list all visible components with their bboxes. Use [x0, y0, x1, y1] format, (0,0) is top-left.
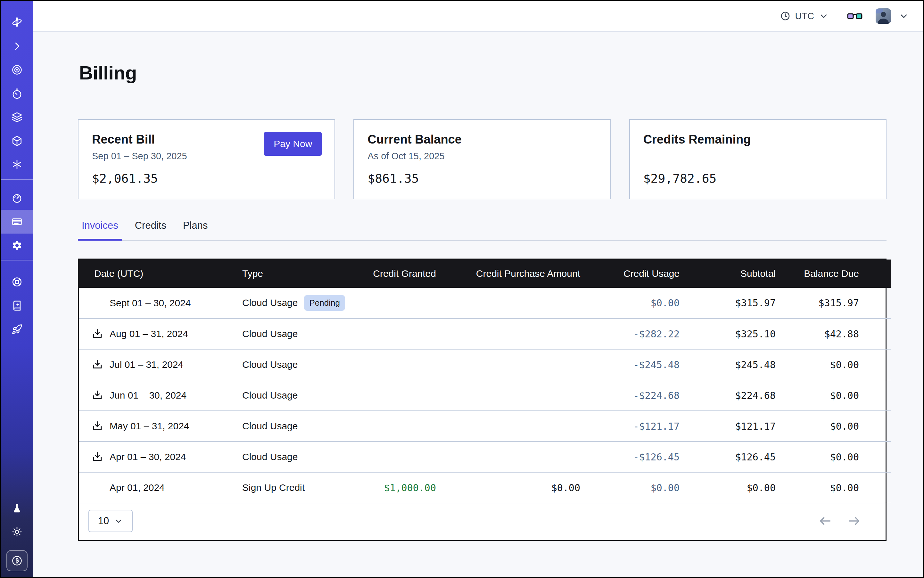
credit-granted-value	[370, 318, 436, 349]
invoice-type: Cloud Usage	[242, 390, 298, 401]
chevron-down-icon	[114, 516, 123, 526]
iris-icon[interactable]	[1, 58, 33, 82]
sidebar-divider	[1, 260, 33, 260]
stopwatch-icon[interactable]	[1, 82, 33, 106]
balance-due-value: $0.00	[776, 442, 891, 472]
credit-purchase-value	[436, 318, 580, 349]
user-avatar[interactable]	[875, 8, 891, 24]
invoice-date: Jun 01 – 30, 2024	[110, 390, 187, 401]
column-header: Credit Granted	[370, 260, 436, 288]
asterisk-icon[interactable]	[1, 153, 33, 177]
chevron-down-icon	[818, 11, 829, 21]
balance-due-value: $42.88	[776, 318, 891, 349]
download-invoice-button[interactable]	[92, 328, 103, 339]
credits-remaining-amount: $29,782.65	[643, 171, 872, 185]
settings-gear-icon[interactable]	[1, 234, 33, 257]
layers-icon[interactable]	[1, 106, 33, 129]
tab-plans[interactable]: Plans	[179, 220, 212, 240]
table-footer: 10	[79, 503, 885, 540]
balance-due-value: $0.00	[776, 472, 891, 503]
billing-tabs: Invoices Credits Plans	[78, 220, 887, 240]
recent-bill-card: Recent Bill Sep 01 – Sep 30, 2025 $2,061…	[78, 119, 335, 199]
balance-due-value: $0.00	[776, 349, 891, 380]
invoice-date: May 01 – 31, 2024	[110, 421, 189, 432]
sidebar-divider	[1, 179, 33, 180]
account-menu-chevron-down-icon[interactable]	[899, 11, 909, 21]
column-header: Date (UTC)	[79, 260, 242, 288]
pay-now-button[interactable]: Pay Now	[264, 132, 322, 156]
card-title: Credits Remaining	[643, 133, 872, 146]
invoice-date: Sept 01 – 30, 2024	[110, 298, 191, 308]
download-icon	[92, 359, 103, 370]
billing-page: Billing Recent Bill Sep 01 – Sep 30, 202…	[33, 32, 923, 577]
credit-purchase-value	[436, 349, 580, 380]
download-icon	[92, 390, 103, 401]
docs-book-sparkle-icon[interactable]	[1, 294, 33, 318]
table-header-row: Date (UTC)TypeCredit GrantedCredit Purch…	[79, 260, 891, 288]
cube-icon[interactable]	[1, 129, 33, 153]
next-page-button[interactable]	[847, 514, 861, 528]
brand-logo-icon[interactable]	[1, 10, 33, 34]
arrow-right-icon	[847, 514, 861, 528]
subtotal-value: $325.10	[680, 318, 776, 349]
invoice-type: Cloud Usage	[242, 451, 298, 462]
column-header: Credit Purchase Amount	[436, 260, 580, 288]
labs-flask-icon[interactable]	[11, 496, 23, 520]
theme-sun-icon[interactable]	[11, 520, 23, 544]
current-balance-amount: $861.35	[367, 171, 596, 185]
topbar: UTC	[33, 1, 923, 32]
card-subtitle: As of Oct 15, 2025	[367, 151, 596, 162]
credits-remaining-card: Credits Remaining $29,782.65	[629, 119, 887, 199]
download-icon	[92, 328, 103, 339]
invoice-row: Apr 01, 2024 Sign Up Credit $1,000.00 $0…	[79, 472, 891, 503]
timezone-selector[interactable]: UTC	[780, 11, 829, 21]
column-header: Subtotal	[680, 260, 776, 288]
timezone-label: UTC	[795, 11, 814, 21]
clock-icon	[780, 11, 791, 21]
page-size-select[interactable]: 10	[88, 510, 133, 532]
column-header: Credit Usage	[580, 260, 680, 288]
invoice-type: Cloud Usage	[242, 328, 298, 339]
invoice-row: Apr 01 – 30, 2024 Cloud Usage -$126.45 $…	[79, 442, 891, 472]
glasses-icon[interactable]	[847, 11, 863, 21]
billing-credit-card-icon[interactable]	[1, 210, 33, 234]
pager	[818, 514, 861, 528]
download-icon	[92, 421, 103, 432]
credit-purchase-value	[436, 380, 580, 411]
credits-dollar-coin-button[interactable]	[6, 550, 28, 571]
invoice-row: Jun 01 – 30, 2024 Cloud Usage -$224.68 $…	[79, 380, 891, 411]
tab-invoices[interactable]: Invoices	[78, 220, 122, 240]
column-header: Balance Due	[776, 260, 891, 288]
expand-sidebar-chevron-right-icon[interactable]	[1, 34, 33, 58]
column-header: Type	[242, 260, 370, 288]
invoice-row: Aug 01 – 31, 2024 Cloud Usage -$282.22 $…	[79, 318, 891, 349]
download-invoice-button[interactable]	[92, 451, 103, 463]
credit-granted-value	[370, 380, 436, 411]
invoice-type: Sign Up Credit	[242, 482, 305, 493]
credit-granted-value: $1,000.00	[370, 472, 436, 503]
subtotal-value: $0.00	[680, 472, 776, 503]
download-invoice-button[interactable]	[92, 421, 103, 432]
tab-credits[interactable]: Credits	[131, 220, 170, 240]
balance-due-value: $0.00	[776, 411, 891, 442]
summary-cards: Recent Bill Sep 01 – Sep 30, 2025 $2,061…	[78, 119, 887, 199]
previous-page-button[interactable]	[818, 514, 832, 528]
status-badge: Pending	[304, 295, 345, 311]
credit-usage-value: -$224.68	[580, 380, 680, 411]
download-icon	[92, 451, 103, 463]
gauge-icon[interactable]	[1, 186, 33, 210]
invoice-type: Cloud Usage	[242, 297, 298, 308]
balance-due-value: $0.00	[776, 380, 891, 411]
subtotal-value: $315.97	[680, 288, 776, 318]
invoice-date: Apr 01, 2024	[110, 482, 165, 493]
invoice-date: Jul 01 – 31, 2024	[110, 359, 183, 370]
current-balance-card: Current Balance As of Oct 15, 2025 $861.…	[353, 119, 611, 199]
credit-purchase-value	[436, 288, 580, 318]
credit-purchase-value	[436, 411, 580, 442]
credit-usage-value: -$126.45	[580, 442, 680, 472]
rocket-icon[interactable]	[1, 318, 33, 341]
credit-granted-value	[370, 442, 436, 472]
download-invoice-button[interactable]	[92, 359, 103, 370]
lifebuoy-support-icon[interactable]	[1, 270, 33, 294]
download-invoice-button[interactable]	[92, 390, 103, 401]
